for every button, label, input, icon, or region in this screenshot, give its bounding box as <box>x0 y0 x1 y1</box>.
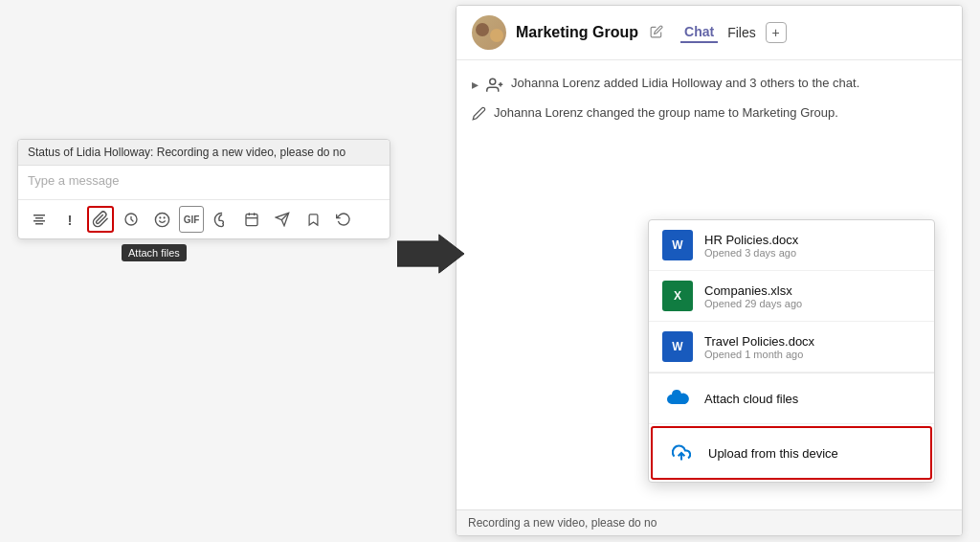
file-info-1: HR Policies.docx Opened 3 days ago <box>704 233 798 259</box>
cloud-icon <box>662 383 693 414</box>
status-text: Status of Lidia Holloway: Recording a ne… <box>28 146 345 159</box>
excel-icon-1: X <box>662 281 693 311</box>
svg-point-1 <box>155 213 168 226</box>
dropdown-item-hr-policies[interactable]: W HR Policies.docx Opened 3 days ago <box>649 220 934 271</box>
more-icon[interactable] <box>330 206 357 233</box>
cloud-files-label: Attach cloud files <box>704 392 798 406</box>
svg-point-11 <box>490 79 496 84</box>
group-name: Marketing Group <box>516 24 638 41</box>
right-status-bar: Recording a new video, please do no <box>457 509 962 535</box>
system-message-2: Johanna Lorenz changed the group name to… <box>472 105 947 124</box>
svg-rect-4 <box>246 215 257 226</box>
pencil-icon <box>472 106 486 124</box>
attach-icon[interactable] <box>87 206 114 233</box>
dropdown-item-upload[interactable]: Upload from this device <box>651 426 932 480</box>
chat-header: Marketing Group Chat Files + <box>457 6 962 60</box>
avatar-2 <box>490 29 503 42</box>
file-meta-1: Opened 3 days ago <box>704 247 798 259</box>
dropdown-item-travel[interactable]: W Travel Policies.docx Opened 1 month ag… <box>649 322 934 373</box>
file-name-3: Travel Policies.docx <box>704 334 814 349</box>
upload-icon <box>666 438 697 468</box>
toolbar: ! GIF <box>18 200 390 238</box>
add-tab-button[interactable]: + <box>766 22 787 43</box>
tab-chat[interactable]: Chat <box>680 22 718 43</box>
system-message-2-text: Johanna Lorenz changed the group name to… <box>494 105 838 120</box>
file-info-2: Companies.xlsx Opened 29 days ago <box>704 283 802 309</box>
format-icon[interactable] <box>26 206 53 233</box>
schedule-icon[interactable] <box>238 206 265 233</box>
system-message-1-text: Johanna Lorenz added Lidia Holloway and … <box>511 76 859 90</box>
message-input[interactable]: Type a message <box>18 166 390 200</box>
right-status-text: Recording a new video, please do no <box>468 516 657 530</box>
file-name-1: HR Policies.docx <box>704 233 798 247</box>
emoji-icon[interactable] <box>148 206 175 233</box>
edit-icon[interactable] <box>650 25 663 41</box>
file-info-3: Travel Policies.docx Opened 1 month ago <box>704 334 814 360</box>
system-message-1: ▸ Johanna Lorenz added Lidia Holloway an… <box>472 76 947 98</box>
file-name-2: Companies.xlsx <box>704 283 802 298</box>
dropdown-item-cloud[interactable]: Attach cloud files <box>649 373 934 424</box>
word-icon-1: W <box>662 230 693 260</box>
header-tabs: Chat Files + <box>680 22 787 43</box>
attach-tooltip: Attach files <box>122 244 187 261</box>
send-icon[interactable] <box>269 206 296 233</box>
urgent-icon[interactable]: ! <box>56 206 83 233</box>
svg-marker-10 <box>397 235 464 273</box>
bookmark-icon[interactable] <box>300 206 326 233</box>
loop-icon[interactable] <box>118 206 145 233</box>
attach-dropdown: W HR Policies.docx Opened 3 days ago X C… <box>648 219 935 483</box>
status-bar: Status of Lidia Holloway: Recording a ne… <box>18 140 390 166</box>
file-meta-2: Opened 29 days ago <box>704 298 802 309</box>
user-add-icon <box>486 77 503 98</box>
cloud-files-info: Attach cloud files <box>704 392 798 406</box>
upload-info: Upload from this device <box>708 446 838 461</box>
arrow-icon: ▸ <box>472 77 479 92</box>
dropdown-item-companies[interactable]: X Companies.xlsx Opened 29 days ago <box>649 271 934 322</box>
group-avatar <box>472 15 506 50</box>
gif-icon[interactable]: GIF <box>179 206 204 233</box>
left-compose-panel: Status of Lidia Holloway: Recording a ne… <box>17 139 390 239</box>
sticker-icon[interactable] <box>208 206 234 233</box>
file-meta-3: Opened 1 month ago <box>704 349 814 360</box>
word-icon-2: W <box>662 331 693 362</box>
message-placeholder: Type a message <box>28 173 119 188</box>
upload-label: Upload from this device <box>708 446 838 461</box>
arrow-right <box>397 230 464 282</box>
right-chat-panel: Marketing Group Chat Files + ▸ Johanna L… <box>456 5 963 536</box>
tab-files[interactable]: Files <box>724 23 760 42</box>
avatar-1 <box>476 23 489 36</box>
